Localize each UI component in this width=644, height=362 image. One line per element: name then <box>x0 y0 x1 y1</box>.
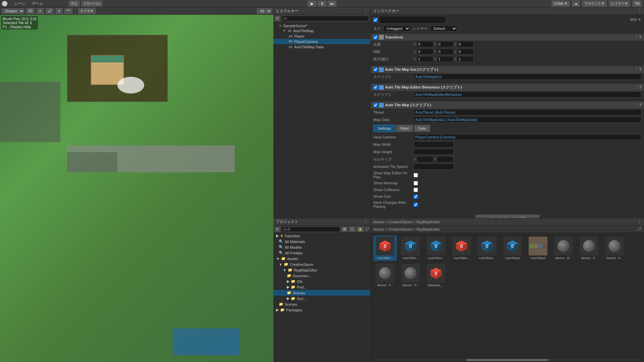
autotilemapeditor-toggle[interactable] <box>373 85 378 89</box>
view-camera-value[interactable]: PlayerCamera (Camera) <box>414 134 641 140</box>
autotilemapgui-header[interactable]: Auto Tile Map Gui (スクリプト) ⋮ ? <box>371 66 644 73</box>
scale-x[interactable] <box>417 56 433 62</box>
asset-item-2[interactable]: {} AutoTileM... <box>424 236 448 261</box>
show-map-editor-checkbox[interactable] <box>414 173 418 177</box>
tag-select[interactable]: Untagged <box>383 25 410 32</box>
scene-canvas[interactable]: Brush Pos: (0.0, 0.0) Selected Tile Id: … <box>0 15 273 362</box>
autotilemap-options[interactable]: ⋮ ? <box>635 103 641 107</box>
project-search[interactable] <box>281 227 340 232</box>
all-prefabs-item[interactable]: 🔍 All Prefabs <box>273 250 370 256</box>
rpgmapeditor-folder[interactable]: ▼ 📁 RpgMapEditor <box>273 267 370 273</box>
documents-folder[interactable]: 📁 Documen... <box>273 273 370 279</box>
collab-button[interactable]: Collab ▼ <box>551 0 570 7</box>
hier-player[interactable]: 🎮 Player <box>273 34 370 39</box>
play-button[interactable]: ▶ <box>307 0 317 7</box>
all-materials-item[interactable]: 🔍 All Materials <box>273 239 370 244</box>
packages-folder[interactable]: ▶ 📁 Packages <box>273 307 370 313</box>
autotilemapgui-options[interactable]: ⋮ ? <box>635 67 641 72</box>
hier-autotilemap[interactable]: ▼ 🎮 AutoTileMap <box>273 28 370 34</box>
hierarchy-search[interactable] <box>281 16 369 21</box>
asset-item-7[interactable]: demo1 - B... <box>552 236 575 261</box>
autotilemapeditor-options[interactable]: ⋮ ? <box>635 85 641 89</box>
asset-item-10[interactable]: demo4 - F... <box>373 263 397 288</box>
gizmo-btn[interactable]: ギズモ▼ <box>78 8 96 14</box>
asset-item-9[interactable]: demo3 - P... <box>603 236 626 261</box>
toolbar-global-btn[interactable]: グローバル <box>81 0 103 7</box>
scenes-folder[interactable]: 📁 Scenes <box>273 290 370 296</box>
rot-z[interactable] <box>457 49 474 55</box>
project-filter-btn[interactable]: ☆ <box>349 227 355 232</box>
map-width-input[interactable]: 200 <box>414 141 454 147</box>
autotilemapgui-script-ref[interactable]: AutoTileMapGui <box>414 74 641 80</box>
all-dropdown[interactable]: All <box>257 8 272 14</box>
tall-button[interactable]: Tall <box>632 0 642 7</box>
layer-button[interactable]: レイヤー▼ <box>609 0 630 7</box>
tab-paint[interactable]: Paint <box>396 125 413 132</box>
transform-toggle[interactable] <box>373 35 378 40</box>
gfx-folder[interactable]: ▶ 📁 Gfx <box>273 279 370 284</box>
hierarchy-options-icon[interactable]: ⋮ <box>364 9 368 13</box>
scene-root-item[interactable]: ▼ SampleScene* <box>273 23 370 28</box>
pause-button[interactable]: ⏸ <box>317 0 327 7</box>
cell-y-input[interactable]: 0.32 <box>437 156 453 162</box>
menu-game[interactable]: ゲーム <box>31 0 44 7</box>
scenes2-folder[interactable]: 📁 Scenes <box>273 301 370 307</box>
show-collisions-checkbox[interactable] <box>414 188 418 192</box>
transform-options[interactable]: ⋮ ? <box>635 35 641 40</box>
asset-item-0[interactable]: {} AutoTileM... <box>373 236 397 261</box>
account-button[interactable]: アカウント▼ <box>582 0 607 7</box>
add-component-btn[interactable]: コンポーネントを追加 <box>475 215 540 218</box>
show-minimap-checkbox[interactable] <box>414 181 418 185</box>
audio-btn[interactable]: 🔊 <box>45 8 54 14</box>
layer-select[interactable]: Default <box>430 25 457 32</box>
asset-item-8[interactable]: demo2 - F... <box>577 236 601 261</box>
tileset-value[interactable]: AutoTileset (AutoTileset) <box>414 109 641 115</box>
gameobj-name-input[interactable]: AutoTileMap <box>379 16 446 23</box>
pref-folder[interactable]: ▶ 📁 Pref... <box>273 284 370 290</box>
transform-header[interactable]: Transform ⋮ ? <box>371 34 644 41</box>
fx-btn[interactable]: ✦ <box>55 8 63 14</box>
cell-x-input[interactable]: 0.32 <box>417 156 433 162</box>
asset-item-4[interactable]: {} AutoTilese... <box>475 236 499 261</box>
pos-z[interactable] <box>457 41 474 47</box>
rot-y[interactable] <box>437 49 453 55</box>
project-lock-btn[interactable]: 🔒 <box>357 227 364 232</box>
save-changes-checkbox[interactable] <box>414 202 418 207</box>
asset-item-11[interactable]: demo5 - P... <box>399 263 422 288</box>
anim-speed-input[interactable]: 6 <box>414 164 454 170</box>
2d-mode-btn[interactable]: 2D <box>26 8 35 14</box>
shading-mode-select[interactable]: Shaded <box>1 8 24 14</box>
inspector-options-icon[interactable]: ⋮ <box>638 9 641 13</box>
asset-item-3[interactable]: {} AutoTileM... <box>450 236 473 261</box>
gameobj-active-checkbox[interactable] <box>373 18 378 22</box>
asset-browser-options[interactable]: ⋮ <box>638 220 641 224</box>
autotilemapeditor-header[interactable]: Auto Tile Map Editor Behaviour (スクリプト) ⋮… <box>371 83 644 91</box>
creativespore-folder[interactable]: ▼ 📁 CreativeSpore <box>273 261 370 267</box>
autotilemap-component-toggle[interactable] <box>373 103 378 107</box>
favorites-folder[interactable]: ▶ ★ Favorites <box>273 233 370 239</box>
toolbar-center-btn[interactable]: 中心 <box>68 0 80 7</box>
project-options-icon[interactable]: ⋮ <box>364 220 368 224</box>
scripts-folder[interactable]: ▶ 📁 Scri... <box>273 296 370 301</box>
scale-z[interactable] <box>457 56 474 62</box>
mapdata-value[interactable]: AutoTileMapData1 (AutoTileMapData) <box>414 117 641 123</box>
tab-settings[interactable]: Settings <box>373 125 395 132</box>
assets-folder[interactable]: ▼ 📁 Assets <box>273 256 370 261</box>
project-view-btn[interactable]: ⊞ <box>341 227 347 232</box>
asset-item-5[interactable]: {} AutoTileset <box>501 236 524 261</box>
rot-x[interactable] <box>417 49 433 55</box>
tab-data[interactable]: Data <box>414 125 430 132</box>
asset-scrollbar[interactable] <box>371 358 644 362</box>
hier-autotilemap-data[interactable]: 🎮 AutoTileMap Data <box>273 44 370 50</box>
project-add-btn[interactable]: + <box>275 227 280 232</box>
autotilemap-component-header[interactable]: Auto Tile Map (スクリプト) ⋮ ? <box>371 101 644 109</box>
asset-item-6[interactable]: AutoTileset <box>526 236 550 261</box>
hier-playercamera[interactable]: 📷 PlayerCamera <box>273 39 370 44</box>
asset-item-12[interactable]: {} MapData_... <box>424 263 448 288</box>
scene-cam-btn[interactable]: 📷 <box>64 8 73 14</box>
pos-y[interactable] <box>437 41 453 47</box>
scale-y[interactable] <box>437 56 453 62</box>
autotilemapgui-toggle[interactable] <box>373 67 378 72</box>
step-button[interactable]: ⏭ <box>327 0 337 7</box>
lighting-btn[interactable]: ☀ <box>36 8 44 14</box>
